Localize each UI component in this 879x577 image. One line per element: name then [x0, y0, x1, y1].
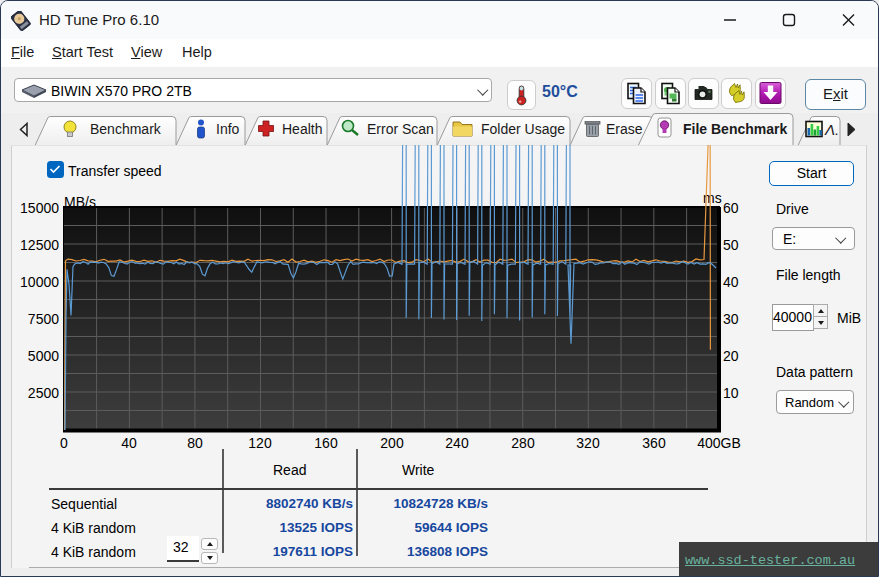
svg-text:Health: Health: [282, 121, 322, 137]
svg-text:Error Scan: Error Scan: [367, 121, 434, 137]
svg-text:Erase: Erase: [606, 121, 643, 137]
svg-text:File Benchmark: File Benchmark: [683, 121, 787, 137]
svg-text:Info: Info: [216, 121, 240, 137]
svg-text:Folder Usage: Folder Usage: [481, 121, 565, 137]
svg-text:Benchmark: Benchmark: [90, 121, 162, 137]
svg-text:Λ.: Λ.: [824, 121, 839, 138]
